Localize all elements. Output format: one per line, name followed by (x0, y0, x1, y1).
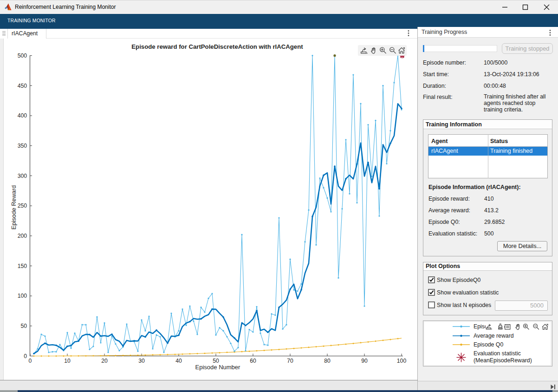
svg-text:(MeanEpisodeReward): (MeanEpisodeReward) (474, 357, 532, 364)
svg-text:500: 500 (18, 52, 27, 59)
svg-text:20: 20 (101, 358, 108, 364)
svg-text:40: 40 (175, 358, 182, 364)
svg-text:350: 350 (18, 143, 27, 149)
svg-text:Average reward: Average reward (474, 333, 514, 339)
svg-text:Episode reward for CartPoleDis: Episode reward for CartPoleDiscreteActio… (131, 43, 303, 50)
svg-text:0: 0 (24, 353, 27, 359)
svg-text:400: 400 (18, 112, 27, 119)
svg-text:Episode Number: Episode Number (195, 364, 240, 371)
svg-text:50: 50 (213, 358, 219, 364)
svg-text:250: 250 (18, 203, 27, 209)
svg-text:60: 60 (250, 358, 256, 364)
svg-text:50: 50 (20, 323, 27, 329)
svg-text:100: 100 (397, 358, 407, 364)
svg-text:90: 90 (361, 358, 368, 364)
svg-text:300: 300 (18, 173, 27, 179)
svg-text:30: 30 (138, 358, 145, 364)
svg-text:450: 450 (18, 83, 27, 89)
svg-text:Evaluation statistic: Evaluation statistic (474, 350, 521, 357)
svg-text:Episode Q0: Episode Q0 (474, 341, 503, 348)
svg-text:150: 150 (18, 263, 27, 269)
svg-text:10: 10 (64, 358, 71, 364)
svg-text:200: 200 (18, 233, 27, 239)
svg-text:80: 80 (324, 358, 331, 364)
svg-text:Episode Reward: Episode Reward (10, 185, 17, 229)
svg-text:100: 100 (18, 293, 27, 299)
svg-text:0: 0 (29, 358, 32, 364)
svg-text:70: 70 (287, 358, 293, 364)
